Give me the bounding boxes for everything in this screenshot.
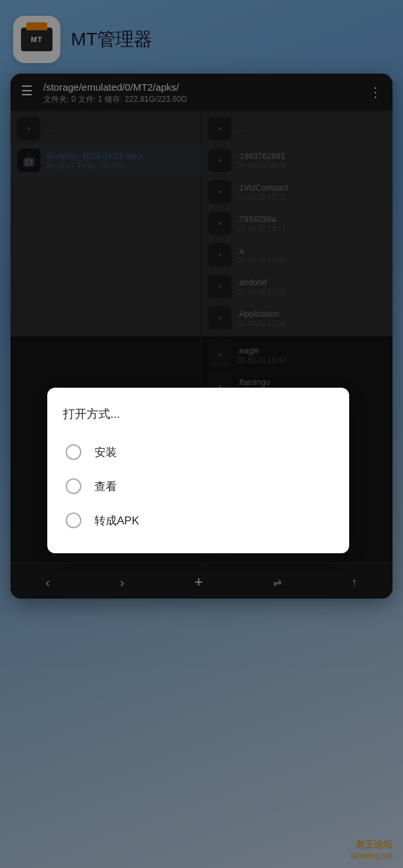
dialog-option-install[interactable]: 安装 [63, 435, 333, 469]
radio-install[interactable] [66, 444, 81, 460]
dialog-option-view[interactable]: 查看 [63, 469, 333, 503]
dialog-option-convert[interactable]: 转成APK [63, 503, 333, 537]
dialog-title: 打开方式... [63, 406, 333, 422]
radio-inner-convert [70, 516, 77, 524]
radio-inner-install [70, 448, 77, 456]
radio-inner-view [70, 482, 77, 490]
open-with-dialog: 打开方式... 安装 查看 转成APK [47, 388, 349, 553]
option-label-convert: 转成APK [95, 513, 139, 528]
radio-convert[interactable] [66, 513, 81, 528]
option-label-install: 安装 [95, 445, 117, 460]
option-label-view: 查看 [95, 479, 117, 494]
radio-view[interactable] [66, 478, 81, 494]
